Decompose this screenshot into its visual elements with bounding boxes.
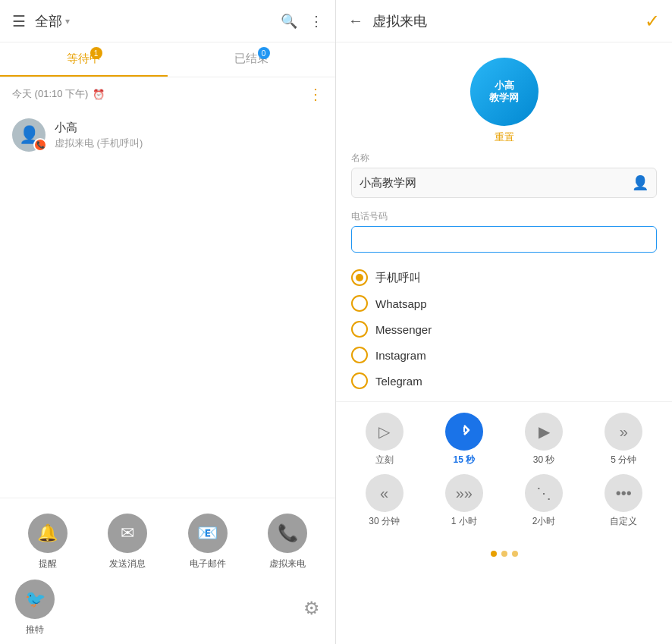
phone-label: 电话号码 [351,210,657,223]
phone-input-wrap [351,226,657,253]
clock-icon: ⏰ [93,89,105,100]
time-30m-circle: « [366,474,404,512]
reset-button[interactable]: 重置 [495,130,514,144]
phone-field: 电话号码 [351,210,657,253]
send-message-circle: ✉ [108,514,147,553]
send-message-label: 发送消息 [109,558,146,570]
radio-instagram[interactable]: Instagram [351,342,657,368]
action-reminder[interactable]: 🔔 提醒 [12,514,83,570]
time-immediate[interactable]: ▷ 立刻 [348,413,420,467]
avatar-call-badge: 📞 [33,138,47,152]
name-label: 名称 [351,152,657,165]
contact-info: 小高 虚拟来电 (手机呼叫) [55,121,323,150]
action-row2: 🐦 推特 ⚙ [12,580,323,636]
time-30m-label: 30 分钟 [369,515,400,528]
time-15s[interactable]: 15 秒 [428,413,500,467]
action-twitter[interactable]: 🐦 推特 [15,580,55,636]
name-input-wrap: 👤 [351,168,657,198]
date-more-icon[interactable]: ⋮ [308,85,323,103]
action-virtual-call[interactable]: 📞 虚拟来电 [253,514,324,570]
avatar-section: 小高教学网 重置 [336,42,672,152]
time-5m[interactable]: » 5 分钟 [588,413,660,467]
radio-instagram-label: Instagram [375,349,426,362]
settings-gear-icon[interactable]: ⚙ [303,598,320,619]
contact-avatar: 👤 📞 [12,118,46,152]
bottom-actions: 🔔 提醒 ✉ 发送消息 📧 电子邮件 📞 虚拟来电 🐦 推特 ⚙ [0,498,335,644]
contact-name: 小高 [55,121,323,135]
more-button[interactable]: ⋮ [309,13,323,30]
main-avatar[interactable]: 小高教学网 [470,58,539,126]
phone-input[interactable] [360,233,648,246]
radio-whatsapp-label: Whatsapp [375,297,427,310]
time-30m[interactable]: « 30 分钟 [348,474,420,528]
time-2h[interactable]: ⋱ 2小时 [508,474,580,528]
tabs: 等待中 1 已结束 0 [0,42,335,77]
time-15s-label: 15 秒 [454,454,476,467]
date-section: 今天 (01:10 下午) ⏰ ⋮ [0,77,335,111]
form-section: 名称 👤 电话号码 [336,152,672,265]
time-5m-label: 5 分钟 [611,454,636,467]
radio-whatsapp[interactable]: Whatsapp [351,291,657,316]
contact-picker-icon[interactable]: 👤 [632,174,648,191]
radio-mobile-outer [351,269,368,286]
bottom-dots [336,543,672,564]
email-circle: 📧 [188,514,228,553]
virtual-call-circle: 📞 [268,514,307,553]
dot-2 [501,551,507,557]
radio-messenger-outer [351,321,368,338]
time-1h[interactable]: »» 1 小时 [428,474,500,528]
menu-icon[interactable]: ☰ [12,12,26,30]
twitter-label: 推特 [26,624,44,636]
virtual-call-label: 虚拟来电 [269,558,306,570]
search-button[interactable]: 🔍 [281,13,297,30]
email-label: 电子邮件 [190,558,226,570]
title-group: 全部 ▾ [35,12,281,30]
radio-mobile-call[interactable]: 手机呼叫 [351,265,657,291]
dot-3 [512,551,518,557]
time-5m-circle: » [604,413,642,451]
tab-waiting-badge: 1 [90,47,102,59]
time-30s-label: 30 秒 [533,454,555,467]
left-panel: ☰ 全部 ▾ 🔍 ⋮ 等待中 1 已结束 0 今天 (01:10 下午) ⏰ ⋮… [0,0,336,644]
right-header: ← 虚拟来电 ✓ [336,0,672,42]
contact-item[interactable]: 👤 📞 小高 虚拟来电 (手机呼叫) [0,111,335,159]
radio-telegram[interactable]: Telegram [351,368,657,394]
right-panel: ← 虚拟来电 ✓ 小高教学网 重置 名称 👤 电话号码 [336,0,672,644]
time-immediate-circle: ▷ [366,413,404,451]
action-email[interactable]: 📧 电子邮件 [172,514,243,570]
action-send-message[interactable]: ✉ 发送消息 [93,514,164,570]
time-custom-circle: ••• [604,474,642,512]
radio-messenger[interactable]: Messenger [351,316,657,342]
reminder-circle: 🔔 [28,514,68,553]
tab-waiting[interactable]: 等待中 1 [0,42,168,77]
radio-messenger-label: Messenger [375,323,432,336]
contact-subtitle: 虚拟来电 (手机呼叫) [55,137,323,150]
twitter-circle: 🐦 [15,580,55,619]
time-30s-circle: ▶ [525,413,563,451]
dropdown-arrow-icon[interactable]: ▾ [65,16,70,27]
dot-1 [491,551,497,557]
right-title: 虚拟来电 [372,12,645,30]
time-2h-label: 2小时 [532,515,556,528]
radio-mobile-inner [356,274,363,281]
radio-mobile-label: 手机呼叫 [375,271,421,285]
header-icons: 🔍 ⋮ [281,13,323,30]
name-input[interactable] [360,177,632,190]
radio-telegram-outer [351,372,368,389]
tab-ended[interactable]: 已结束 0 [168,42,335,77]
radio-instagram-outer [351,347,368,363]
time-30s[interactable]: ▶ 30 秒 [508,413,580,467]
time-15s-circle [445,413,483,451]
time-grid-row1: ▷ 立刻 15 秒 ▶ 30 秒 » 5 分钟 [348,413,660,467]
time-grid-row2: « 30 分钟 »» 1 小时 ⋱ 2小时 ••• 自定义 [348,474,660,528]
radio-telegram-label: Telegram [375,375,422,388]
time-2h-circle: ⋱ [525,474,563,512]
back-button[interactable]: ← [348,12,363,30]
action-grid: 🔔 提醒 ✉ 发送消息 📧 电子邮件 📞 虚拟来电 [12,514,323,570]
date-label: 今天 (01:10 下午) ⏰ [12,87,105,101]
header-title: 全部 [35,12,62,30]
confirm-button[interactable]: ✓ [645,11,660,32]
name-field: 名称 👤 [351,152,657,198]
time-custom[interactable]: ••• 自定义 [588,474,660,528]
radio-group: 手机呼叫 Whatsapp Messenger Instagram Telegr… [336,265,672,401]
